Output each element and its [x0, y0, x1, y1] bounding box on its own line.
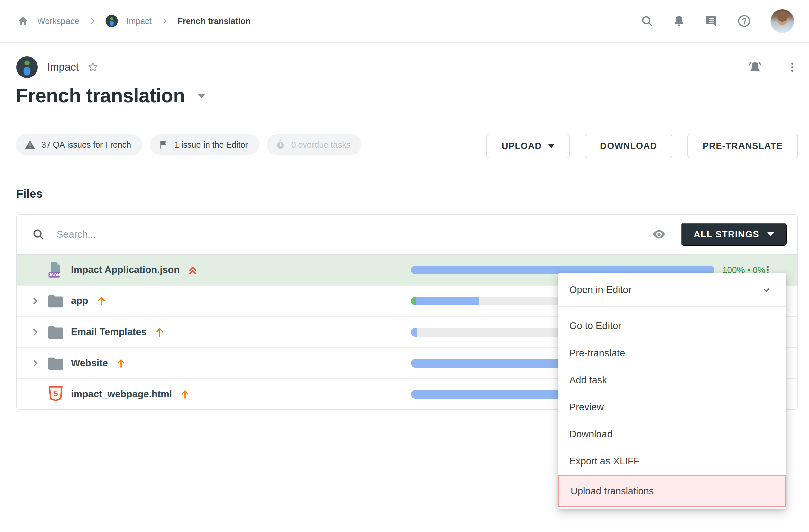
all-strings-caret-icon	[767, 232, 774, 236]
menu-item-download[interactable]: Download	[558, 421, 786, 448]
chevron-down-icon	[761, 285, 772, 295]
file-name: impact_webpage.html	[71, 389, 172, 400]
notifications-icon[interactable]	[673, 15, 685, 28]
folder-name: Website	[71, 358, 108, 368]
html-file-icon: 5	[48, 385, 64, 403]
expand-chevron-icon[interactable]	[30, 358, 40, 368]
svg-text:5: 5	[53, 389, 58, 398]
expand-chevron-icon[interactable]	[30, 327, 40, 337]
flag-icon	[158, 140, 168, 150]
favorite-star-icon[interactable]	[87, 62, 99, 73]
download-button-label: DOWNLOAD	[600, 141, 657, 151]
breadcrumb-workspace[interactable]: Workspace	[37, 16, 79, 26]
json-file-icon: JSON	[48, 262, 64, 278]
project-logo	[16, 56, 38, 78]
upload-arrow-icon	[179, 389, 191, 400]
files-search-input[interactable]	[57, 229, 652, 240]
visibility-eye-icon[interactable]	[652, 227, 666, 242]
menu-item-upload-translations[interactable]: Upload translations	[558, 475, 786, 507]
menu-item-pre-translate[interactable]: Pre-translate	[558, 340, 786, 366]
project-logo-small	[105, 15, 118, 28]
search-icon[interactable]	[641, 15, 653, 28]
expand-chevron-icon[interactable]	[30, 296, 40, 306]
folder-icon	[48, 325, 64, 339]
title-dropdown-caret-icon[interactable]	[198, 93, 205, 98]
files-section-heading: Files	[16, 187, 43, 201]
editor-issues-badge[interactable]: 1 issue in the Editor	[150, 134, 259, 155]
upload-button[interactable]: UPLOAD	[486, 134, 570, 158]
folder-icon	[48, 294, 64, 308]
project-more-kebab-icon[interactable]	[787, 62, 798, 73]
overdue-tasks-badge[interactable]: 0 overdue tasks	[266, 134, 362, 155]
menu-item-add-task[interactable]: Add task	[558, 366, 786, 394]
upload-arrow-icon	[154, 326, 166, 338]
upload-caret-icon	[548, 144, 554, 148]
qa-issues-label: 37 QA issues for French	[41, 140, 131, 150]
qa-issues-badge[interactable]: 37 QA issues for French	[16, 134, 142, 155]
user-avatar[interactable]	[770, 9, 794, 33]
project-notifications-icon[interactable]	[748, 60, 762, 74]
page-title: French translation	[16, 84, 185, 107]
pre-translate-button[interactable]: PRE-TRANSLATE	[687, 134, 798, 158]
menu-header-label: Open in Editor	[569, 285, 631, 295]
status-badges: 37 QA issues for French 1 issue in the E…	[16, 134, 362, 155]
menu-item-export-as-xliff[interactable]: Export as XLIFF	[558, 448, 786, 475]
file-name: Impact Application.json	[71, 264, 180, 275]
pre-translate-button-label: PRE-TRANSLATE	[703, 141, 782, 151]
download-button[interactable]: DOWNLOAD	[585, 134, 672, 158]
svg-text:JSON: JSON	[49, 272, 60, 277]
breadcrumb-current-page: French translation	[178, 16, 251, 26]
files-search-icon	[32, 228, 45, 241]
chat-icon[interactable]	[705, 14, 718, 28]
top-nav-bar: Workspace Impact French translation	[0, 0, 809, 43]
folder-icon	[48, 357, 64, 370]
breadcrumb-separator-icon	[88, 17, 97, 25]
project-name: Impact	[48, 61, 79, 73]
breadcrumb-separator-icon	[160, 17, 169, 25]
menu-item-go-to-editor[interactable]: Go to Editor	[558, 312, 786, 340]
stopwatch-icon	[275, 140, 286, 150]
home-icon[interactable]	[17, 15, 29, 27]
file-context-menu: Open in Editor Go to Editor Pre-translat…	[558, 273, 786, 509]
breadcrumb-project[interactable]: Impact	[127, 16, 152, 26]
editor-issues-label: 1 issue in the Editor	[174, 140, 248, 150]
priority-double-chevron-up-icon	[187, 264, 199, 276]
folder-name: app	[71, 295, 88, 306]
menu-item-open-in-editor[interactable]: Open in Editor	[558, 273, 786, 307]
upload-arrow-icon	[115, 358, 127, 369]
upload-arrow-icon	[96, 295, 107, 307]
all-strings-filter-button[interactable]: ALL STRINGS	[681, 223, 787, 246]
breadcrumb: Workspace Impact French translation	[17, 15, 251, 28]
files-toolbar: ALL STRINGS	[17, 214, 797, 254]
help-icon[interactable]	[738, 14, 751, 28]
all-strings-label: ALL STRINGS	[694, 229, 759, 240]
menu-item-preview[interactable]: Preview	[558, 394, 786, 421]
warning-icon	[25, 139, 35, 150]
overdue-tasks-label: 0 overdue tasks	[291, 140, 350, 150]
upload-button-label: UPLOAD	[502, 141, 542, 151]
folder-name: Email Templates	[71, 326, 147, 338]
